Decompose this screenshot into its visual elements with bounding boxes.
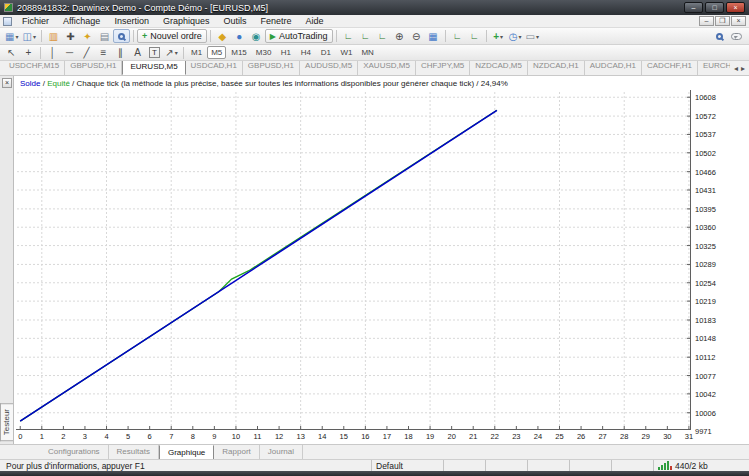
toolbar-separator [40,47,41,59]
text-tool-button[interactable]: A [129,46,146,60]
community-icon: ● [236,31,242,42]
crosshair-tool-button[interactable]: + [20,46,37,60]
period-button[interactable]: H1 [276,46,295,59]
clock-icon: ◷ [509,31,518,42]
indicators-plus-icon: + [493,31,499,42]
tab-scroll-right-icon[interactable]: ▸ [741,64,745,73]
chart-shift-button[interactable]: ∟ [466,29,483,43]
x-axis-label: 7 [163,432,179,441]
new-chart-button[interactable]: ▦▾ [3,29,20,43]
x-axis-label: 17 [379,432,395,441]
y-axis-label: 10325 [695,242,716,251]
market-watch-button[interactable]: ▥ [45,29,62,43]
strategy-tester-button[interactable] [113,29,130,43]
period-button[interactable]: M15 [227,46,251,59]
autotrading-button[interactable]: ▶AutoTrading [265,29,333,43]
status-bar: Pour plus d'informations, appuyer F1 Def… [0,459,749,471]
cursor-icon: ↖ [7,47,15,58]
period-button[interactable]: D1 [316,46,335,59]
child-close-button[interactable]: × [731,16,746,26]
periods-button[interactable]: ◷▾ [507,29,524,43]
toolbar-separator [445,30,446,42]
channel-button[interactable]: ∥ [112,46,129,60]
menu-item[interactable]: Affichage [56,15,107,28]
x-axis-label: 16 [357,432,373,441]
search-icon[interactable] [716,33,723,40]
symbol-tab[interactable]: NZDCAD,M5 [470,61,528,75]
symbol-tab[interactable]: AUDUSD,M5 [300,61,358,75]
bar-chart-button[interactable]: ∟ [340,29,357,43]
metaeditor-button[interactable]: ◆ [214,29,231,43]
new-order-button[interactable]: +Nouvel ordre [137,29,207,43]
child-restore-button[interactable]: ❐ [715,16,730,26]
y-axis-label: 10395 [695,205,716,214]
candlestick-chart-button[interactable]: ∟ [357,29,374,43]
community-button[interactable]: ● [231,29,248,43]
terminal-button[interactable]: ▤ [96,29,113,43]
vertical-line-button[interactable]: │ [44,46,61,60]
symbol-tab[interactable]: AUDCAD,H1 [585,61,642,75]
child-minimize-button[interactable]: – [699,16,714,26]
period-button[interactable]: W1 [336,46,356,59]
y-axis-label: 10360 [695,223,716,232]
symbol-tab[interactable]: USDCHF,M15 [4,61,65,75]
cursor-tool-button[interactable]: ↖ [3,46,20,60]
symbol-tab[interactable]: CADCHF,H1 [642,61,698,75]
label-tool-button[interactable]: T [146,46,163,60]
indicators-button[interactable]: +▾ [490,29,507,43]
balance-equity-plot[interactable] [17,92,690,429]
profiles-icon: ◫ [22,31,31,42]
status-profile[interactable]: Default [371,460,443,471]
zoom-in-button[interactable]: ⊕ [391,29,408,43]
menu-item[interactable]: Fenetre [253,15,298,28]
symbol-tab[interactable]: NZDCAD,H1 [528,61,585,75]
tester-vertical-tab[interactable]: Testeur [0,403,13,441]
tester-panel-strip: × Testeur [0,76,14,444]
menu-item[interactable]: Fichier [15,15,56,28]
arrows-button[interactable]: ↗▾ [163,46,180,60]
x-axis-label: 30 [659,432,675,441]
x-axis-label: 14 [314,432,330,441]
web-terminal-button[interactable]: ◉ [248,29,265,43]
symbol-tab[interactable]: GBPUSD,H1 [65,61,122,75]
navigator-button[interactable]: ✦ [79,29,96,43]
menu-item[interactable]: Outils [216,15,253,28]
data-window-button[interactable]: ✚ [62,29,79,43]
crosshair-icon: + [26,47,32,58]
symbol-tab[interactable]: GBPUSD,H1 [243,61,300,75]
trendline-button[interactable]: ╱ [78,46,95,60]
x-axis-label: 4 [99,432,115,441]
menu-item[interactable]: Graphiques [156,15,217,28]
period-button[interactable]: M1 [187,46,206,59]
period-button[interactable]: M5 [207,46,226,59]
maximize-button[interactable]: □ [705,2,724,13]
tile-windows-icon: ▦ [428,31,437,42]
minimize-button[interactable]: – [684,2,703,13]
close-button[interactable]: × [726,2,745,13]
symbol-tab[interactable]: CHFJPY,M5 [416,61,470,75]
symbol-tab[interactable]: EURUSD,M5 [122,61,185,75]
profiles-button[interactable]: ◫▾ [20,29,37,43]
fibonacci-button[interactable]: ≡ [95,46,112,60]
menu-item[interactable]: Aide [299,15,331,28]
symbol-tab[interactable]: XAUUSD,M5 [358,61,416,75]
x-axis-label: 2 [55,432,71,441]
menu-item[interactable]: Insertion [107,15,156,28]
period-button[interactable]: M30 [252,46,276,59]
chart-shift-icon: ∟ [470,31,479,41]
period-button[interactable]: H4 [296,46,315,59]
tab-scroll-left-icon[interactable]: ◂ [734,64,738,73]
chat-icon[interactable] [731,33,742,40]
horizontal-line-button[interactable]: ─ [61,46,78,60]
y-axis-label: 10077 [695,372,716,381]
navigator-star-icon: ✦ [83,31,91,42]
symbol-tab[interactable]: USDCAD,H1 [186,61,243,75]
tile-windows-button[interactable]: ▦ [425,29,442,43]
period-button[interactable]: MN [357,46,377,59]
templates-button[interactable]: ▭▾ [524,29,541,43]
tester-close-icon[interactable]: × [2,78,12,88]
tester-chart-area[interactable]: Solde / Equité / Chaque tick (la méthode… [14,76,749,444]
zoom-out-button[interactable]: ⊖ [408,29,425,43]
auto-scroll-button[interactable]: ∟ [449,29,466,43]
line-chart-button[interactable]: ∟ [374,29,391,43]
